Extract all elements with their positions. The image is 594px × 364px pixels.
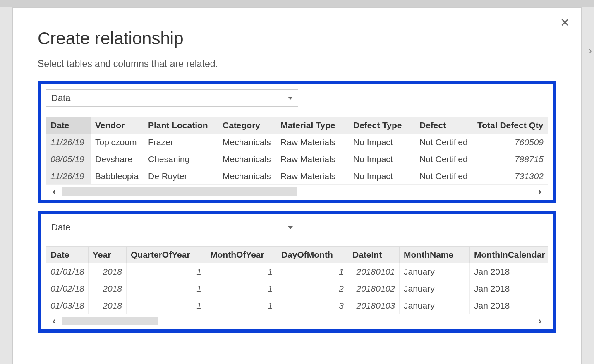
cell-category: Mechanicals bbox=[218, 134, 276, 151]
cell-monthname: January bbox=[400, 280, 470, 297]
cell-vendor: Devshare bbox=[91, 151, 144, 168]
cell-dom: 1 bbox=[277, 263, 348, 280]
col-dateint[interactable]: DateInt bbox=[348, 247, 400, 263]
col-monthname[interactable]: MonthName bbox=[400, 247, 470, 263]
panel-collapse-icon[interactable]: › bbox=[588, 44, 592, 57]
cell-defect: Not Certified bbox=[415, 168, 473, 185]
cell-date2: 01/01/18 bbox=[46, 263, 89, 280]
cell-year: 2018 bbox=[89, 297, 127, 314]
table-row: 11/26/19 Babbleopia De Ruyter Mechanical… bbox=[46, 168, 548, 185]
col-vendor[interactable]: Vendor bbox=[91, 117, 144, 134]
cell-mic: Jan 2018 bbox=[470, 263, 548, 280]
cell-moy: 1 bbox=[206, 263, 277, 280]
scroll-track[interactable] bbox=[62, 317, 532, 325]
col-defect[interactable]: Defect bbox=[415, 117, 473, 134]
col-dayofmonth[interactable]: DayOfMonth bbox=[277, 247, 348, 263]
cell-year: 2018 bbox=[89, 280, 127, 297]
table-row: 01/03/18 2018 1 1 3 20180103 January Jan… bbox=[46, 297, 548, 314]
table-row: 11/26/19 Topiczoom Frazer Mechanicals Ra… bbox=[46, 134, 548, 151]
cell-qty: 788715 bbox=[473, 151, 548, 168]
cell-dom: 3 bbox=[277, 297, 348, 314]
primary-table-selected-label: Data bbox=[51, 93, 70, 103]
cell-material: Raw Materials bbox=[276, 168, 349, 185]
secondary-table-select[interactable]: Date bbox=[46, 219, 298, 236]
cell-monthname: January bbox=[400, 297, 470, 314]
cell-mic: Jan 2018 bbox=[470, 297, 548, 314]
secondary-table-block: Date Date Year QuarterOfYear MonthOfYear… bbox=[38, 211, 556, 333]
cell-quarter: 1 bbox=[127, 263, 206, 280]
secondary-table-preview: Date Year QuarterOfYear MonthOfYear DayO… bbox=[46, 246, 548, 314]
cell-date2: 01/03/18 bbox=[46, 297, 89, 314]
horizontal-scrollbar[interactable]: ‹ › bbox=[46, 186, 548, 197]
table-row: 08/05/19 Devshare Chesaning Mechanicals … bbox=[46, 151, 548, 168]
cell-date: 08/05/19 bbox=[46, 151, 91, 168]
col-total-defect-qty[interactable]: Total Defect Qty bbox=[473, 117, 548, 134]
cell-date: 11/26/19 bbox=[46, 134, 91, 151]
chevron-down-icon bbox=[288, 226, 293, 229]
cell-monthname: January bbox=[400, 263, 470, 280]
cell-moy: 1 bbox=[206, 280, 277, 297]
primary-table-select[interactable]: Data bbox=[46, 89, 298, 107]
cell-qty: 760509 bbox=[473, 134, 548, 151]
create-relationship-dialog: ✕ › Create relationship Select tables an… bbox=[12, 7, 582, 364]
table-row: 01/02/18 2018 1 1 2 20180102 January Jan… bbox=[46, 280, 548, 297]
cell-year: 2018 bbox=[89, 263, 127, 280]
dialog-title: Create relationship bbox=[38, 29, 556, 48]
col-year[interactable]: Year bbox=[89, 247, 127, 263]
cell-dateint: 20180103 bbox=[348, 297, 400, 314]
scroll-left-icon[interactable]: ‹ bbox=[46, 186, 62, 197]
cell-defecttype: No Impact bbox=[349, 151, 415, 168]
cell-dateint: 20180102 bbox=[348, 280, 400, 297]
table-header-row: Date Year QuarterOfYear MonthOfYear DayO… bbox=[46, 247, 548, 263]
col-material-type[interactable]: Material Type bbox=[276, 117, 349, 134]
cell-vendor: Topiczoom bbox=[91, 134, 144, 151]
col-plant-location[interactable]: Plant Location bbox=[144, 117, 218, 134]
cell-dom: 2 bbox=[277, 280, 348, 297]
scroll-right-icon[interactable]: › bbox=[532, 186, 548, 197]
table-header-row: Date Vendor Plant Location Category Mate… bbox=[46, 117, 548, 134]
col-category[interactable]: Category bbox=[218, 117, 276, 134]
cell-moy: 1 bbox=[206, 297, 277, 314]
cell-vendor: Babbleopia bbox=[91, 168, 144, 185]
primary-table-block: Data Date Vendor Plant Location Category… bbox=[38, 81, 556, 203]
cell-quarter: 1 bbox=[127, 280, 206, 297]
cell-material: Raw Materials bbox=[276, 134, 349, 151]
chevron-down-icon bbox=[288, 97, 293, 100]
cell-qty: 731302 bbox=[473, 168, 548, 185]
table-row: 01/01/18 2018 1 1 1 20180101 January Jan… bbox=[46, 263, 548, 280]
cell-material: Raw Materials bbox=[276, 151, 349, 168]
cell-dateint: 20180101 bbox=[348, 263, 400, 280]
cell-date: 11/26/19 bbox=[46, 168, 91, 185]
scroll-track[interactable] bbox=[62, 187, 297, 196]
secondary-table-selected-label: Date bbox=[51, 222, 70, 233]
close-icon[interactable]: ✕ bbox=[560, 17, 570, 29]
col-quarter[interactable]: QuarterOfYear bbox=[127, 247, 206, 263]
cell-mic: Jan 2018 bbox=[470, 280, 548, 297]
col-monthincal[interactable]: MonthInCalendar bbox=[470, 247, 548, 263]
cell-plant: Chesaning bbox=[144, 151, 218, 168]
primary-table-preview: Date Vendor Plant Location Category Mate… bbox=[46, 117, 548, 185]
scroll-left-icon[interactable]: ‹ bbox=[46, 315, 62, 327]
scroll-right-icon[interactable]: › bbox=[532, 315, 548, 327]
cell-defecttype: No Impact bbox=[349, 168, 415, 185]
cell-date2: 01/02/18 bbox=[46, 280, 89, 297]
col-monthofyear[interactable]: MonthOfYear bbox=[206, 247, 277, 263]
cell-defecttype: No Impact bbox=[349, 134, 415, 151]
horizontal-scrollbar[interactable]: ‹ › bbox=[46, 315, 548, 327]
cell-defect: Not Certified bbox=[415, 134, 473, 151]
scroll-thumb[interactable] bbox=[62, 317, 158, 325]
cell-plant: Frazer bbox=[144, 134, 218, 151]
dialog-subtitle: Select tables and columns that are relat… bbox=[38, 58, 556, 69]
cell-defect: Not Certified bbox=[415, 151, 473, 168]
cell-plant: De Ruyter bbox=[144, 168, 218, 185]
col-defect-type[interactable]: Defect Type bbox=[349, 117, 415, 134]
col-date2[interactable]: Date bbox=[46, 247, 89, 263]
col-date[interactable]: Date bbox=[46, 117, 91, 134]
background-strip bbox=[0, 0, 594, 7]
cell-quarter: 1 bbox=[127, 297, 206, 314]
cell-category: Mechanicals bbox=[218, 168, 276, 185]
cell-category: Mechanicals bbox=[218, 151, 276, 168]
